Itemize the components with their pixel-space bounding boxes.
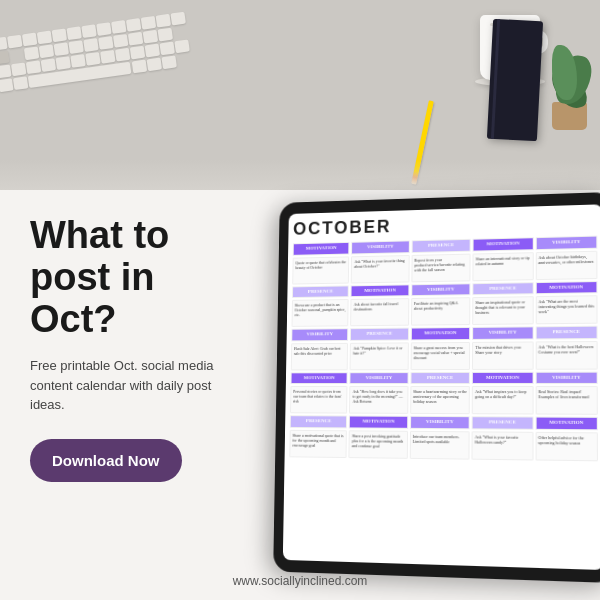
cal-cell: Quote or quote that celebrates the beaut…: [292, 256, 349, 284]
tablet-mockup: OCTOBER MOTIVATION VISIBILITY PRESENCE M…: [273, 192, 600, 583]
cal-cell: Repost from your product/service/favorit…: [411, 253, 471, 282]
calendar-content: OCTOBER MOTIVATION VISIBILITY PRESENCE M…: [283, 204, 600, 570]
cal-cell: Ask "What inspires you to keep going on …: [472, 386, 533, 414]
cal-cell: Ask "What is your favorite thing about O…: [351, 255, 409, 283]
col-header-motivation2: MOTIVATION: [473, 237, 534, 251]
website-footer: www.sociallyinclined.com: [0, 574, 600, 588]
cal-cell: The mission that drives you: Share your …: [472, 341, 533, 369]
subtitle: Free printable Oct. social media content…: [30, 356, 230, 415]
cal-cell: Ask "What are the most interesting thing…: [535, 295, 597, 324]
col-header-motivation1: MOTIVATION: [293, 242, 350, 255]
cal-cell: Introduce our team members. Limited spot…: [410, 430, 470, 459]
cal-cell: Share a great success from you encourage…: [410, 341, 470, 369]
col-header-visibility3: VISIBILITY: [411, 283, 471, 296]
cal-cell: Real Stories: Real impact! Examples of l…: [535, 386, 598, 415]
cal-cell: Ask about October birthdays, anniversari…: [535, 250, 597, 279]
col-header-visibility1: VISIBILITY: [351, 240, 409, 254]
cal-cell: Facilitate an inspiring Q&A about produc…: [411, 297, 471, 325]
cal-cell: Personal stories or quotes from our team…: [290, 386, 348, 414]
col-header-visibility6: VISIBILITY: [350, 372, 409, 384]
tablet-screen: OCTOBER MOTIVATION VISIBILITY PRESENCE M…: [283, 204, 600, 570]
cal-cell: Offer helpful advice for the upcoming ho…: [535, 431, 598, 460]
col-header-presence3: PRESENCE: [473, 282, 534, 295]
cal-cell: Share an international story or tip rela…: [473, 252, 534, 281]
calendar-grid: MOTIVATION VISIBILITY PRESENCE MOTIVATIO…: [289, 236, 598, 461]
col-header-presence2: PRESENCE: [292, 285, 349, 298]
col-header-presence6: PRESENCE: [410, 371, 470, 384]
col-header-motivation6: MOTIVATION: [291, 372, 348, 384]
cal-cell: Ask "What is your favorite Halloween can…: [472, 431, 533, 460]
col-header-visibility7: VISIBILITY: [535, 371, 598, 384]
col-header-presence8: PRESENCE: [472, 416, 533, 429]
cal-cell: Share a motivational quote that is for t…: [289, 429, 347, 457]
website-url: www.sociallyinclined.com: [233, 574, 368, 588]
text-area: What to post in Oct? Free printable Oct.…: [30, 215, 230, 482]
calendar-title: OCTOBER: [293, 210, 597, 239]
col-header-presence5: PRESENCE: [535, 326, 597, 339]
photo-area: [0, 0, 600, 200]
download-button[interactable]: Download Now: [30, 439, 182, 482]
col-header-motivation4: MOTIVATION: [535, 281, 597, 295]
col-header-presence7: PRESENCE: [290, 415, 348, 428]
headline: What to post in Oct?: [30, 215, 230, 340]
cal-cell: Ask "What is the best Halloween Costume …: [535, 340, 597, 369]
col-header-visibility2: VISIBILITY: [535, 236, 597, 250]
cal-cell: Ask "Pumpkin Spice: Love it or hate it?": [350, 342, 409, 370]
cal-cell: Showcase a product that is an October se…: [292, 299, 349, 327]
cal-cell: Share an inspirational quote or thought …: [472, 296, 533, 325]
col-header-motivation9: MOTIVATION: [535, 417, 598, 430]
cal-cell: Flash Sale Alert: Grab our best sale thi…: [291, 342, 349, 370]
col-header-visibility8: VISIBILITY: [410, 416, 470, 429]
col-header-motivation5: MOTIVATION: [411, 327, 471, 340]
cal-cell: Share a heartwarming story or the annive…: [410, 386, 470, 414]
cal-cell: Ask about favorite fall travel destinati…: [351, 298, 410, 326]
col-header-visibility5: VISIBILITY: [472, 326, 533, 339]
col-header-visibility4: VISIBILITY: [291, 328, 348, 341]
col-header-motivation8: MOTIVATION: [349, 416, 408, 429]
cal-cell: Ask "How long does it take you to get re…: [349, 386, 408, 414]
col-header-presence4: PRESENCE: [350, 328, 408, 341]
col-header-motivation7: MOTIVATION: [472, 371, 533, 384]
col-header-presence1: PRESENCE: [411, 239, 470, 253]
col-header-motivation3: MOTIVATION: [351, 284, 409, 297]
cal-cell: Share a post invoking gratitude plus for…: [349, 430, 408, 458]
